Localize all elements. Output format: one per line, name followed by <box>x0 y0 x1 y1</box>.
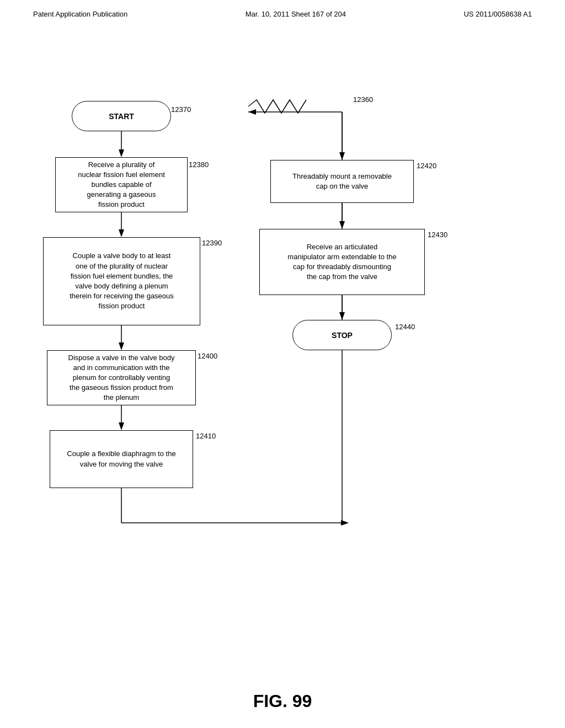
box-12410: Couple a flexible diaphragm to the valve… <box>50 430 193 488</box>
svg-marker-19 <box>339 312 345 320</box>
diagram-area: START 12370 Receive a plurality of nucle… <box>0 24 565 658</box>
svg-marker-7 <box>119 422 124 430</box>
label-12370: 12370 <box>171 105 191 114</box>
svg-marker-1 <box>119 149 124 157</box>
start-oval: START <box>72 101 171 131</box>
header-left: Patent Application Publication <box>33 10 127 18</box>
page-header: Patent Application Publication Mar. 10, … <box>0 0 565 18</box>
svg-marker-15 <box>339 152 345 160</box>
svg-marker-5 <box>119 342 124 350</box>
svg-marker-13 <box>248 109 256 115</box>
header-right: US 2011/0058638 A1 <box>463 10 532 18</box>
label-12440: 12440 <box>395 323 415 331</box>
label-12430: 12430 <box>428 231 447 239</box>
label-12380: 12380 <box>189 160 209 169</box>
box-12420: Threadably mount a removable cap on the … <box>270 160 414 203</box>
svg-marker-10 <box>341 520 349 526</box>
box-12400: Dispose a valve in the valve body and in… <box>47 350 196 405</box>
svg-marker-3 <box>119 229 124 237</box>
box-12380: Receive a plurality of nuclear fission f… <box>55 157 188 212</box>
figure-caption: FIG. 99 <box>253 691 312 711</box>
box-12430: Receive an articulated manipulator arm e… <box>259 229 425 295</box>
box-12390: Couple a valve body to at least one of t… <box>43 237 200 325</box>
label-12410: 12410 <box>196 432 216 440</box>
label-12360: 12360 <box>353 95 373 104</box>
stop-oval: STOP <box>292 320 392 350</box>
label-12420: 12420 <box>417 162 436 170</box>
svg-marker-17 <box>339 221 345 229</box>
label-12400: 12400 <box>198 352 217 360</box>
header-middle: Mar. 10, 2011 Sheet 167 of 204 <box>246 10 346 18</box>
label-12390: 12390 <box>202 239 222 247</box>
